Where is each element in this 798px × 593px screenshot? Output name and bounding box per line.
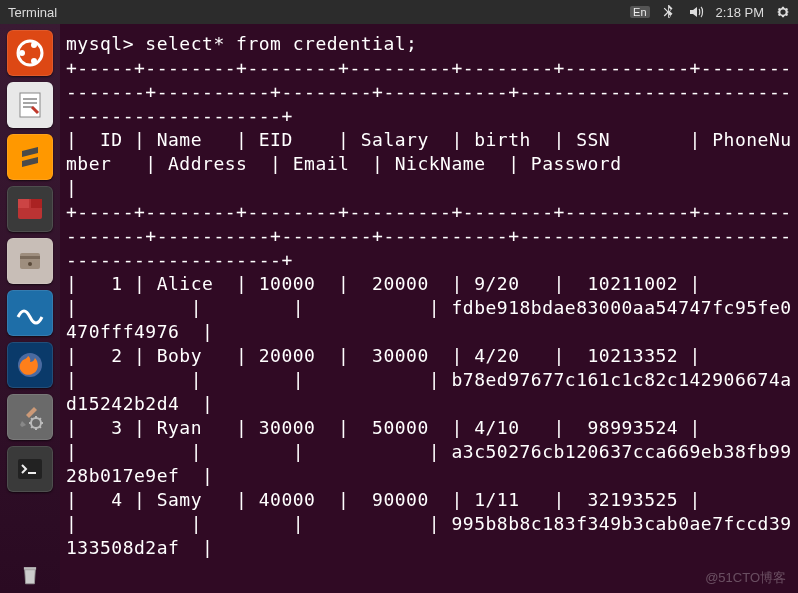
firefox-icon[interactable] (7, 342, 53, 388)
system-tray: En 2:18 PM (618, 4, 790, 20)
terminal-output[interactable]: mysql> select* from credential; +-----+-… (60, 24, 798, 593)
ubuntu-dash-icon[interactable] (7, 30, 53, 76)
sound-icon[interactable] (688, 4, 704, 20)
svg-rect-6 (18, 199, 29, 208)
clock[interactable]: 2:18 PM (716, 5, 764, 20)
settings-icon[interactable] (7, 394, 53, 440)
svg-point-1 (19, 50, 25, 56)
text-editor-icon[interactable] (7, 82, 53, 128)
wireshark-icon[interactable] (7, 290, 53, 336)
language-indicator[interactable]: En (630, 6, 649, 18)
gear-icon[interactable] (776, 5, 790, 19)
terminator-icon[interactable] (7, 186, 53, 232)
menubar: Terminal En 2:18 PM (0, 0, 798, 24)
svg-rect-7 (31, 199, 42, 208)
bluetooth-icon[interactable] (662, 5, 676, 19)
launcher (0, 24, 60, 593)
svg-rect-13 (18, 459, 42, 479)
svg-rect-14 (24, 567, 36, 570)
svg-rect-9 (20, 256, 40, 259)
files-icon[interactable] (7, 238, 53, 284)
terminal-icon[interactable] (7, 446, 53, 492)
sublime-text-icon[interactable] (7, 134, 53, 180)
svg-point-10 (28, 262, 32, 266)
trash-icon[interactable] (7, 561, 53, 589)
svg-point-2 (31, 42, 37, 48)
window-title: Terminal (8, 5, 57, 20)
watermark: @51CTO博客 (705, 569, 786, 587)
svg-point-3 (31, 58, 37, 64)
svg-rect-8 (20, 253, 40, 269)
